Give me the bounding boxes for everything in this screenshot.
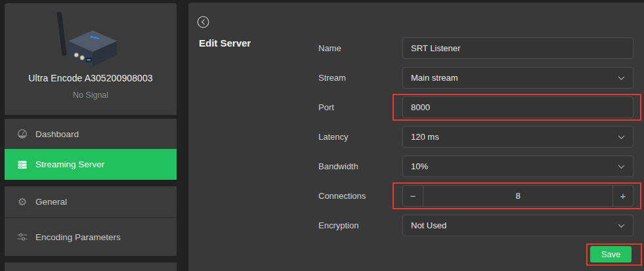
latency-select[interactable]: 120 ms <box>402 126 633 148</box>
field-label-encryption: Encryption <box>318 215 358 236</box>
connections-value[interactable]: 8 <box>423 191 612 201</box>
sidebar-item-label: Streaming Server <box>35 159 104 169</box>
field-label-connections: Connections <box>318 185 366 207</box>
device-card: Ultra Encode A305200908003 No Signal <box>5 3 177 115</box>
field-label-name: Name <box>318 37 341 59</box>
device-image <box>5 6 177 70</box>
field-label-stream: Stream <box>318 67 346 89</box>
sliders-icon <box>16 231 28 243</box>
chevron-down-icon <box>618 132 625 142</box>
latency-selected-value: 120 ms <box>403 132 618 142</box>
sidebar-item-dashboard[interactable]: Dashboard <box>5 119 177 149</box>
gear-icon: ⚙ <box>16 196 28 208</box>
connections-stepper: −8+ <box>402 185 633 207</box>
back-arrow-icon <box>197 20 209 30</box>
chevron-down-icon <box>618 161 625 171</box>
page-title: Edit Server <box>199 37 251 49</box>
back-button[interactable] <box>196 16 209 29</box>
field-label-port: Port <box>318 96 334 118</box>
edit-server-panel: Edit Server NameStreamMain streamPortLat… <box>188 3 644 271</box>
port-input[interactable] <box>403 97 633 117</box>
app-window: Ultra Encode A305200908003 No Signal Das… <box>0 0 644 271</box>
field-label-bandwidth: Bandwidth <box>318 156 358 177</box>
dashboard-gauge-icon <box>16 128 28 140</box>
device-name: Ultra Encode A305200908003 <box>5 73 177 83</box>
sidebar-item-general[interactable]: ⚙General <box>5 186 177 217</box>
sidebar-item-label: Dashboard <box>35 129 79 139</box>
sidebar-item-label: Encoding Parameters <box>35 232 121 242</box>
increment-button[interactable]: + <box>612 186 633 206</box>
sidebar-item-encoding-parameters[interactable]: Encoding Parameters <box>5 217 177 256</box>
decrement-button[interactable]: − <box>403 186 423 206</box>
sidebar-item-partial[interactable] <box>5 262 177 271</box>
chevron-down-icon <box>618 220 625 230</box>
encryption-select[interactable]: Not Used <box>402 215 633 236</box>
device-signal-status: No Signal <box>5 91 177 100</box>
name-input[interactable] <box>403 38 633 58</box>
port-field <box>402 96 633 118</box>
bandwidth-selected-value: 10% <box>403 161 618 171</box>
stream-selected-value: Main stream <box>403 73 618 83</box>
name-field <box>402 37 633 59</box>
streaming-server-icon <box>16 159 28 171</box>
sidebar-item-label: General <box>35 197 67 207</box>
bandwidth-select[interactable]: 10% <box>402 156 633 177</box>
chevron-down-icon <box>618 73 625 83</box>
encryption-selected-value: Not Used <box>403 220 618 230</box>
stream-select[interactable]: Main stream <box>402 67 633 89</box>
sidebar-item-streaming-server[interactable]: Streaming Server <box>5 149 177 180</box>
save-button[interactable]: Save <box>590 246 632 262</box>
field-label-latency: Latency <box>318 126 349 148</box>
